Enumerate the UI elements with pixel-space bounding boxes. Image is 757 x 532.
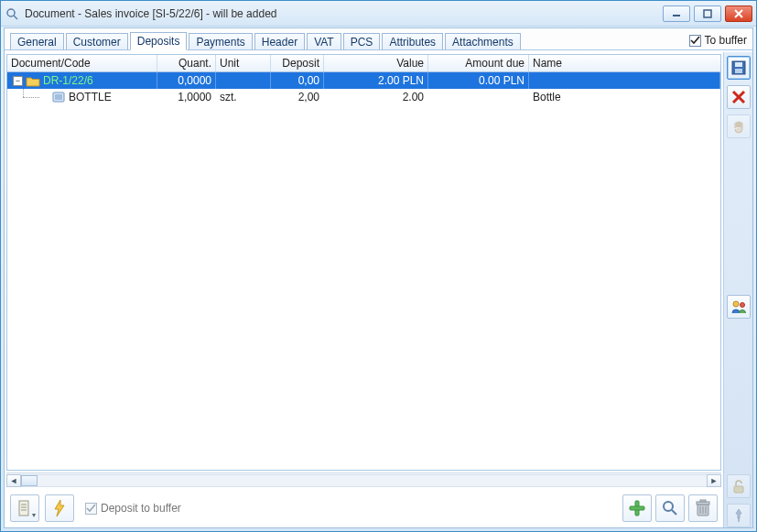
content-area: Document/Code Quant. Unit Deposit Value … xyxy=(5,52,723,489)
tree-branch xyxy=(7,89,49,105)
scroll-thumb[interactable] xyxy=(21,475,38,486)
table-row[interactable]: − DR-1/22/6 0,0000 0,00 2.00 PLN 0.00 PL… xyxy=(7,72,720,89)
hand-button[interactable] xyxy=(727,114,751,138)
cell-unit: szt. xyxy=(216,89,271,105)
svg-rect-30 xyxy=(700,500,706,502)
receipt-button[interactable] xyxy=(10,494,39,522)
deposit-to-buffer-label: Deposit to buffer xyxy=(101,502,181,515)
svg-line-1 xyxy=(14,16,17,19)
titlebar: Document - Sales invoice [SI-5/22/6] - w… xyxy=(1,1,756,27)
col-amount-due[interactable]: Amount due xyxy=(428,55,529,71)
svg-point-16 xyxy=(740,302,744,307)
svg-rect-17 xyxy=(734,486,743,493)
tab-general[interactable]: General xyxy=(10,33,64,50)
row-label: BOTTLE xyxy=(69,91,112,103)
cell-deposit: 2,00 xyxy=(271,89,324,105)
tab-attachments[interactable]: Attachments xyxy=(445,33,521,50)
table-row[interactable]: BOTTLE 1,0000 szt. 2,00 2.00 Bottle xyxy=(7,89,720,105)
grid: Document/Code Quant. Unit Deposit Value … xyxy=(6,54,721,471)
cell-unit xyxy=(216,72,271,89)
tab-payments[interactable]: Payments xyxy=(189,33,252,50)
folder-icon xyxy=(26,75,40,87)
col-unit[interactable]: Unit xyxy=(216,55,271,71)
app-icon xyxy=(5,6,19,21)
tab-deposits[interactable]: Deposits xyxy=(130,32,188,50)
bottom-bar: Deposit to buffer xyxy=(6,491,721,526)
top-row: General Customer Deposits Payments Heade… xyxy=(5,28,752,50)
col-value[interactable]: Value xyxy=(324,55,428,71)
deposit-to-buffer-checkbox: Deposit to buffer xyxy=(85,502,181,515)
minimize-button[interactable] xyxy=(663,5,690,22)
svg-point-0 xyxy=(7,9,15,16)
svg-line-27 xyxy=(672,510,676,515)
horizontal-scrollbar[interactable]: ◄ ► xyxy=(6,472,721,487)
tab-vat[interactable]: VAT xyxy=(307,33,341,50)
add-button[interactable] xyxy=(622,494,652,522)
tree-collapse-icon[interactable]: − xyxy=(13,76,23,86)
tab-customer[interactable]: Customer xyxy=(66,33,128,50)
users-button[interactable] xyxy=(727,295,751,319)
search-button[interactable] xyxy=(655,494,685,522)
close-button[interactable] xyxy=(725,5,752,22)
grid-body: − DR-1/22/6 0,0000 0,00 2.00 PLN 0.00 PL… xyxy=(7,72,720,470)
col-document-code[interactable]: Document/Code xyxy=(7,55,157,71)
tab-pcs[interactable]: PCS xyxy=(343,33,381,50)
document-icon xyxy=(52,92,65,103)
tabbar: General Customer Deposits Payments Heade… xyxy=(10,31,689,49)
cell-amount: 0.00 PLN xyxy=(428,72,529,89)
cell-amount xyxy=(428,89,529,105)
cell-quant: 1,0000 xyxy=(157,89,216,105)
row-label: DR-1/22/6 xyxy=(43,74,93,87)
svg-marker-23 xyxy=(55,500,64,516)
svg-rect-25 xyxy=(630,506,644,510)
save-button[interactable] xyxy=(727,56,751,80)
svg-rect-11 xyxy=(735,62,742,67)
svg-point-26 xyxy=(664,502,673,511)
cell-name: Bottle xyxy=(529,89,720,105)
scroll-left-icon[interactable]: ◄ xyxy=(6,474,21,487)
cell-value: 2.00 xyxy=(324,89,428,105)
col-quant[interactable]: Quant. xyxy=(157,55,216,71)
client-area: General Customer Deposits Payments Heade… xyxy=(4,27,753,528)
window-title: Document - Sales invoice [SI-5/22/6] - w… xyxy=(25,7,663,20)
to-buffer-label: To buffer xyxy=(705,34,747,47)
checkmark-icon xyxy=(689,35,701,47)
maximize-button[interactable] xyxy=(694,5,721,22)
svg-point-15 xyxy=(733,301,739,307)
svg-rect-3 xyxy=(704,10,711,17)
window-root: Document - Sales invoice [SI-5/22/6] - w… xyxy=(0,0,757,532)
checkmark-icon xyxy=(85,503,97,515)
col-deposit[interactable]: Deposit xyxy=(271,55,324,71)
delete-button[interactable] xyxy=(688,494,718,522)
unlock-button[interactable] xyxy=(727,474,751,498)
scroll-right-icon[interactable]: ► xyxy=(707,474,721,487)
lightning-button[interactable] xyxy=(45,494,74,522)
scroll-track[interactable] xyxy=(21,474,707,487)
cell-name xyxy=(529,72,720,89)
tab-header[interactable]: Header xyxy=(254,33,305,50)
svg-rect-19 xyxy=(19,501,28,516)
grid-header: Document/Code Quant. Unit Deposit Value … xyxy=(7,55,720,72)
tab-attributes[interactable]: Attributes xyxy=(382,33,443,50)
pin-button[interactable] xyxy=(727,504,751,527)
cell-quant: 0,0000 xyxy=(157,72,216,89)
to-buffer-checkbox[interactable]: To buffer xyxy=(689,34,747,47)
cell-deposit: 0,00 xyxy=(271,72,324,89)
col-name[interactable]: Name xyxy=(529,55,720,71)
right-toolbar xyxy=(723,52,752,527)
cell-value: 2.00 PLN xyxy=(324,72,428,89)
cancel-button[interactable] xyxy=(727,85,751,109)
svg-rect-12 xyxy=(735,69,742,73)
